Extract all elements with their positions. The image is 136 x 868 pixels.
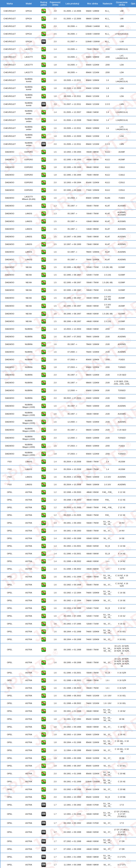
fuel-petrol-icon: PB — [42, 311, 46, 316]
table-header: Marka Model Rodzaj paliwa Pojemność siln… — [0, 0, 136, 7]
body-code-cell: 1.8 — [102, 92, 113, 100]
fuel-type-cell: PB — [38, 84, 49, 92]
production-years-cell: 07.1992 -> 01.1998 — [61, 837, 83, 845]
engine-capacity-cell: 1.8 — [49, 450, 61, 458]
marka-cell: OPEL — [0, 785, 19, 793]
fuel-petrol-icon: PB — [42, 637, 46, 642]
description-cell — [130, 770, 136, 778]
fuel-type-cell: PB — [38, 677, 49, 684]
fuel-petrol-icon: PB — [42, 242, 46, 247]
engine-capacity-cell: 1.8 — [49, 163, 61, 171]
engine-capacity-cell: 1.4 — [49, 116, 61, 124]
marka-cell: OPEL — [0, 845, 19, 853]
model-cell: NEXIA — [19, 286, 38, 294]
production-years-cell: 10.2003 -> 12.2004 — [61, 325, 83, 333]
production-years-cell: 05.2004 -> 10.2008 — [61, 465, 83, 473]
body-code-cell: 53_, 54_, 58_, 59_ — [102, 715, 113, 723]
fuel-diesel-icon: ON — [42, 863, 46, 867]
engine-code-cell: 17 DR — [113, 845, 130, 853]
engine-capacity-cell: 1.5 — [49, 317, 61, 325]
production-years-cell: 02.1995 -> 08.1997 — [61, 271, 83, 279]
table-row: DAEWOO NUBIRA Wagon (J200) PB 1.6 07.200… — [0, 442, 136, 450]
engine-code-cell: X 20 SED, Z20L, Z20L, Z20L, Z20L — [113, 379, 130, 386]
engine-code-cell: X 16 SZR — [113, 677, 130, 684]
fuel-petrol-icon: PB — [42, 575, 46, 579]
model-cell: ESPERO — [19, 148, 38, 156]
production-years-cell: 02.1995 -> 06.1999 — [61, 186, 83, 194]
engine-capacity-cell: 2.0 — [49, 38, 61, 45]
fuel-petrol-icon: PB — [42, 288, 46, 292]
production-years-cell: 10.1997 -> 06.1999 — [61, 233, 83, 241]
table-row: DAEWOO NEXIA PB 1.5 08.1996 -> 08.1997 4… — [0, 310, 136, 317]
description-cell — [130, 707, 136, 715]
model-cell: LANOS — [19, 473, 38, 481]
model-cell: ASTRA — [19, 809, 38, 819]
model-cell: NUBIRA Wagon (J200) — [19, 450, 38, 458]
fuel-type-cell: PB — [38, 669, 49, 677]
engine-capacity-cell: 1.3 — [49, 202, 61, 210]
model-cell: NUBIRA — [19, 356, 38, 363]
model-cell: ASTRA — [19, 677, 38, 684]
body-code-cell: 56_, 57_ — [102, 656, 113, 669]
engine-power-cell: 50kW / 68KM — [83, 861, 102, 868]
engine-code-cell: X 16 XEL — [113, 627, 130, 636]
engine-capacity-cell: 1.8 — [49, 61, 61, 69]
production-years-cell: 06.2006 -> — [61, 30, 83, 38]
fuel-petrol-icon: PB — [42, 55, 46, 59]
marka-cell: OPEL — [0, 723, 19, 731]
table-row: CHEVROLET EPICA PB 2.5 06.2006 -> 115kW … — [0, 30, 136, 38]
description-cell — [130, 473, 136, 481]
fuel-petrol-icon: PB — [42, 528, 46, 533]
fuel-type-cell: ON — [38, 140, 49, 148]
table-row: OPEL ASTRA PB 1.8 09.1994 -> 01.1998 85k… — [0, 738, 136, 746]
engine-code-cell: A16DMS — [113, 256, 130, 264]
description-cell — [130, 565, 136, 573]
fuel-petrol-icon: PB — [42, 404, 46, 408]
description-cell — [130, 248, 136, 256]
marka-cell: DAEWOO — [0, 186, 19, 194]
body-code-cell: 53_, 54_, 58_, 59_ — [102, 612, 113, 620]
engine-capacity-cell: 1.6 — [49, 256, 61, 264]
table-row: DAEWOO ESPERO PB 2.0 02.1995 -> 06.1999 … — [0, 186, 136, 194]
marka-cell: OPEL — [0, 837, 19, 845]
fuel-type-cell: PB — [38, 770, 49, 778]
engine-power-cell: 66kW / 90KM — [83, 723, 102, 731]
fuel-type-cell: PB — [38, 194, 49, 202]
production-years-cell: 09.1991 -> 01.1998 — [61, 707, 83, 715]
body-code-cell: KL1_ — [102, 7, 113, 15]
description-cell — [130, 434, 136, 442]
model-cell: ASTRA — [19, 715, 38, 723]
fuel-petrol-icon: PB — [42, 709, 46, 713]
body-code-cell: 1.6 16V — [102, 473, 113, 481]
fuel-petrol-icon: PB — [42, 660, 46, 665]
body-code-cell: KLAT — [102, 248, 113, 256]
description-cell — [130, 692, 136, 700]
table-row: OPEL ASTRA PB 1.2 02.1998 -> 09.2000 48k… — [0, 488, 136, 496]
marka-cell: DAEWOO — [0, 340, 19, 348]
model-cell: NUBIRA sedan — [19, 132, 38, 140]
production-years-cell: 01.1996 -> 03.2001 — [61, 550, 83, 557]
model-cell: ASTRA — [19, 589, 38, 597]
model-cell: NUBIRA — [19, 363, 38, 371]
description-cell — [130, 15, 136, 22]
engine-capacity-cell: 1.6 — [49, 402, 61, 410]
engine-code-cell: LMN — [113, 100, 130, 108]
model-cell: LANOS — [19, 465, 38, 473]
body-code-cell: KLEJ — [102, 179, 113, 186]
engine-code-cell: C 20 NE — [113, 793, 130, 801]
fuel-type-cell: PB — [38, 746, 49, 754]
marka-cell: CHEVROLET — [0, 45, 19, 53]
production-years-cell: 12.2000 -> — [61, 434, 83, 442]
engine-capacity-cell: 1.6 — [49, 677, 61, 684]
engine-power-cell: 44kW / 60KM — [83, 317, 102, 325]
model-cell: ASTRA — [19, 643, 38, 656]
engine-power-cell: 44kW / 60KM — [83, 557, 102, 565]
table-row: FSO LANOS PB 1.4 05.2004 -> 10.2008 55kW… — [0, 465, 136, 473]
engine-power-cell: 44kW / 60KM — [83, 845, 102, 853]
model-cell: NUBIRA kombi — [19, 84, 38, 92]
fuel-petrol-icon: PB — [42, 62, 46, 67]
production-years-cell: 05.1997 -> — [61, 371, 83, 379]
description-cell — [130, 310, 136, 317]
fuel-type-cell: ON — [38, 38, 49, 45]
engine-code-cell: 14 SE — [113, 534, 130, 542]
